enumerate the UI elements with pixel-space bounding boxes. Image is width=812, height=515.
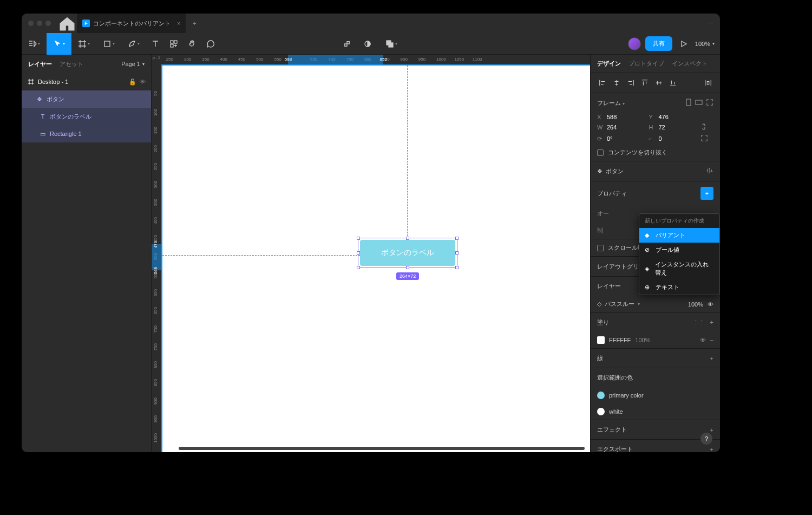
distribute-icon[interactable] bbox=[702, 76, 715, 89]
add-property-button[interactable]: + bbox=[700, 187, 713, 200]
mask-button[interactable] bbox=[358, 33, 377, 55]
scroll-fix-checkbox[interactable] bbox=[597, 245, 604, 251]
resources-tool[interactable] bbox=[165, 33, 183, 55]
visibility-icon[interactable]: 👁 bbox=[140, 79, 146, 86]
fill-hex[interactable]: FFFFFF bbox=[609, 337, 631, 343]
align-left-icon[interactable] bbox=[596, 76, 609, 89]
add-stroke-button[interactable]: + bbox=[710, 355, 713, 362]
tab-layers[interactable]: レイヤー bbox=[28, 60, 52, 68]
tab-prototype[interactable]: プロトタイプ bbox=[628, 60, 664, 68]
clip-checkbox[interactable] bbox=[597, 149, 604, 156]
max-dot[interactable] bbox=[45, 21, 51, 26]
align-bottom-icon[interactable] bbox=[666, 76, 679, 89]
min-dot[interactable] bbox=[37, 21, 42, 26]
file-tab[interactable]: F コンポーネントのバリアント × bbox=[77, 14, 186, 33]
handle-sw[interactable] bbox=[357, 266, 360, 269]
svg-rect-8 bbox=[696, 100, 702, 105]
export-label: エクスポート bbox=[597, 445, 633, 452]
pen-tool[interactable]: ▾ bbox=[121, 33, 146, 55]
handle-ne[interactable] bbox=[455, 237, 459, 240]
boolean-icon: ⊘ bbox=[645, 246, 651, 253]
clip-content-row[interactable]: コンテンツを切り抜く bbox=[591, 144, 720, 161]
h-field[interactable]: 72 bbox=[659, 124, 665, 131]
popup-item-variant[interactable]: ◆バリアント bbox=[639, 228, 719, 243]
orientation-landscape-icon[interactable] bbox=[695, 99, 703, 107]
user-avatar[interactable] bbox=[628, 37, 641, 50]
handle-nw[interactable] bbox=[357, 237, 360, 240]
rotation-field[interactable]: 0° bbox=[607, 135, 613, 142]
layer-frame[interactable]: Desktop - 1 🔓👁 bbox=[22, 73, 151, 90]
help-button[interactable]: ? bbox=[700, 433, 712, 445]
close-dot[interactable] bbox=[28, 21, 34, 26]
add-export-button[interactable]: + bbox=[710, 446, 713, 453]
tab-design[interactable]: デザイン bbox=[597, 60, 621, 68]
frame-section-label[interactable]: フレーム ▾ bbox=[597, 99, 625, 107]
text-tool[interactable] bbox=[146, 33, 165, 55]
fill-visibility-icon[interactable]: 👁 bbox=[700, 337, 706, 343]
align-top-icon[interactable] bbox=[638, 76, 651, 89]
handle-s[interactable] bbox=[406, 266, 409, 269]
canvas[interactable]: ボタンのラベル 264×72 bbox=[162, 66, 590, 452]
align-right-icon[interactable] bbox=[624, 76, 637, 89]
titlebar-menu[interactable]: ⋯ bbox=[708, 20, 720, 27]
y-field[interactable]: 476 bbox=[659, 114, 669, 120]
page-selector[interactable]: Page 1▾ bbox=[121, 61, 145, 67]
component-section-head: ❖ボタン bbox=[591, 161, 720, 181]
tab-inspect[interactable]: インスペクト bbox=[672, 60, 708, 68]
handle-n[interactable] bbox=[406, 237, 409, 240]
present-button[interactable] bbox=[677, 33, 691, 55]
main-menu-button[interactable]: ▾ bbox=[22, 33, 47, 55]
shape-tool[interactable]: ▾ bbox=[96, 33, 121, 55]
popup-item-instance-swap[interactable]: ◈インスタンスの入れ替え bbox=[639, 257, 719, 280]
link-dimensions-icon[interactable] bbox=[700, 122, 713, 132]
independent-corners-icon[interactable] bbox=[700, 134, 713, 143]
tab-close-icon[interactable]: × bbox=[177, 20, 180, 27]
layer-opacity[interactable]: 100% bbox=[688, 301, 703, 308]
fill-opacity[interactable]: 100% bbox=[635, 337, 650, 343]
home-button[interactable] bbox=[57, 14, 77, 33]
align-hcenter-icon[interactable] bbox=[610, 76, 623, 89]
layer-text[interactable]: T ボタンのラベル bbox=[22, 108, 151, 125]
layer-rectangle[interactable]: ▭ Rectangle 1 bbox=[22, 125, 151, 142]
component-settings-icon[interactable] bbox=[706, 167, 713, 175]
zoom-level[interactable]: 100%▾ bbox=[695, 41, 715, 47]
color2-swatch[interactable] bbox=[597, 408, 605, 415]
canvas-area[interactable]: p - 1 2503003504004505005506507007508008… bbox=[152, 55, 590, 452]
popup-item-boolean[interactable]: ⊘ブール値 bbox=[639, 243, 719, 257]
share-button[interactable]: 共有 bbox=[645, 36, 672, 51]
fill-swatch[interactable] bbox=[597, 336, 605, 344]
boolean-button[interactable]: ▾ bbox=[379, 33, 404, 55]
tab-assets[interactable]: アセット bbox=[60, 60, 83, 68]
color1-swatch[interactable] bbox=[597, 392, 605, 399]
remove-fill-button[interactable]: − bbox=[710, 337, 713, 343]
layer-section-label: レイヤー bbox=[597, 282, 621, 290]
rectangle-layer-icon: ▭ bbox=[39, 131, 47, 138]
fill-style-icon[interactable]: ⋮⋮ bbox=[693, 319, 705, 326]
artboard[interactable]: ボタンのラベル 264×72 bbox=[162, 66, 590, 452]
add-effect-button[interactable]: + bbox=[710, 427, 713, 433]
right-panel: デザイン プロトタイプ インスペクト フレーム ▾ bbox=[590, 55, 720, 452]
popup-item-text[interactable]: ⊕テキスト bbox=[639, 280, 719, 295]
component-name: ボタン bbox=[606, 167, 624, 175]
add-fill-button[interactable]: + bbox=[710, 319, 713, 326]
frame-tool[interactable]: ▾ bbox=[71, 33, 96, 55]
radius-field[interactable]: 0 bbox=[659, 135, 662, 142]
blend-mode[interactable]: パススルー bbox=[605, 300, 634, 308]
handle-e[interactable] bbox=[455, 251, 459, 255]
align-vcenter-icon[interactable] bbox=[652, 76, 665, 89]
handle-se[interactable] bbox=[455, 266, 459, 269]
layer-component[interactable]: ❖ ボタン bbox=[22, 90, 151, 108]
move-tool[interactable]: ▾ bbox=[47, 33, 71, 55]
orientation-portrait-icon[interactable] bbox=[685, 99, 692, 107]
new-tab-button[interactable]: + bbox=[186, 20, 203, 27]
x-field[interactable]: 588 bbox=[607, 114, 617, 120]
component-create-button[interactable] bbox=[338, 33, 356, 55]
scrollbar-horizontal[interactable] bbox=[179, 447, 585, 450]
lock-icon[interactable]: 🔓 bbox=[129, 79, 136, 86]
layer-visibility-icon[interactable]: 👁 bbox=[708, 301, 713, 308]
handle-w[interactable] bbox=[357, 251, 360, 255]
w-field[interactable]: 264 bbox=[607, 124, 617, 131]
hand-tool[interactable] bbox=[183, 33, 201, 55]
resize-to-fit-icon[interactable] bbox=[706, 99, 713, 107]
comment-tool[interactable] bbox=[201, 33, 220, 55]
